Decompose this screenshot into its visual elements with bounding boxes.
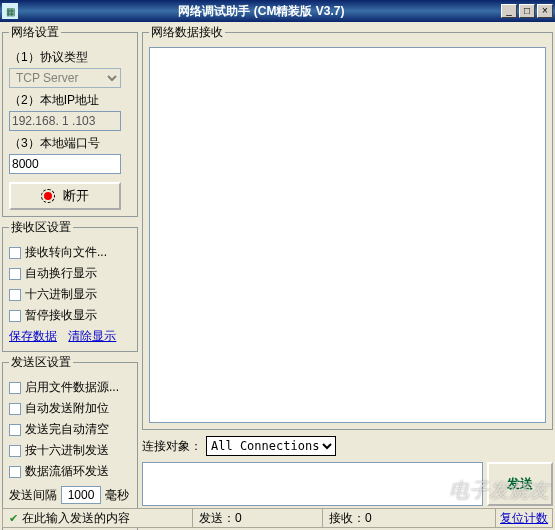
disconnect-label: 断开 — [63, 187, 89, 205]
rx-clear-link[interactable]: 清除显示 — [68, 329, 116, 343]
tx-append-checkbox[interactable] — [9, 403, 21, 415]
protocol-select[interactable]: TCP Server — [9, 68, 121, 88]
interval-unit: 毫秒 — [105, 487, 129, 504]
close-button[interactable]: × — [537, 4, 553, 18]
tx-hex-checkbox[interactable] — [9, 445, 21, 457]
window-title: 网络调试助手 (CM精装版 V3.7) — [22, 3, 501, 20]
tx-autoclear-checkbox[interactable] — [9, 424, 21, 436]
tx-file-checkbox[interactable] — [9, 382, 21, 394]
app-icon: ▦ — [2, 3, 18, 19]
send-textarea[interactable] — [142, 462, 483, 506]
ready-icon: ✔ — [9, 512, 18, 525]
tx-loop-checkbox[interactable] — [9, 466, 21, 478]
port-field[interactable] — [9, 154, 121, 174]
interval-label: 发送间隔 — [9, 487, 57, 504]
rx-opt-3: 暂停接收显示 — [25, 307, 97, 324]
send-button[interactable]: 发送 — [487, 462, 553, 506]
minimize-button[interactable]: _ — [501, 4, 517, 18]
receive-settings-group: 接收区设置 接收转向文件... 自动换行显示 十六进制显示 暂停接收显示 保存数… — [2, 219, 138, 352]
connection-label: 连接对象： — [142, 438, 202, 455]
network-settings-legend: 网络设置 — [9, 24, 61, 41]
rx-hex-checkbox[interactable] — [9, 289, 21, 301]
port-label: （3）本地端口号 — [9, 135, 131, 152]
network-settings-group: 网络设置 （1）协议类型 TCP Server （2）本地IP地址 （3）本地端… — [2, 24, 138, 217]
rx-autowrap-checkbox[interactable] — [9, 268, 21, 280]
tx-opt-3: 按十六进制发送 — [25, 442, 109, 459]
record-icon — [41, 189, 55, 203]
tx-opt-0: 启用文件数据源... — [25, 379, 119, 396]
status-hint: 在此输入发送的内容 — [22, 510, 130, 527]
tx-opt-4: 数据流循环发送 — [25, 463, 109, 480]
receive-data-group: 网络数据接收 — [142, 24, 553, 430]
rx-opt-1: 自动换行显示 — [25, 265, 97, 282]
status-tx: 发送：0 — [193, 509, 323, 527]
rx-pause-checkbox[interactable] — [9, 310, 21, 322]
tx-opt-2: 发送完自动清空 — [25, 421, 109, 438]
protocol-label: （1）协议类型 — [9, 49, 131, 66]
tx-opt-1: 自动发送附加位 — [25, 400, 109, 417]
ip-label: （2）本地IP地址 — [9, 92, 131, 109]
receive-textarea[interactable] — [149, 47, 546, 423]
rx-to-file-checkbox[interactable] — [9, 247, 21, 259]
reset-link[interactable]: 复位计数 — [496, 510, 552, 527]
interval-field[interactable] — [61, 486, 101, 504]
connection-row: 连接对象： All Connections — [142, 434, 553, 458]
receive-data-legend: 网络数据接收 — [149, 24, 225, 41]
send-settings-legend: 发送区设置 — [9, 354, 73, 371]
receive-settings-legend: 接收区设置 — [9, 219, 73, 236]
titlebar: ▦ 网络调试助手 (CM精装版 V3.7) _ □ × — [0, 0, 555, 22]
connection-select[interactable]: All Connections — [206, 436, 336, 456]
ip-field[interactable] — [9, 111, 121, 131]
disconnect-button[interactable]: 断开 — [9, 182, 121, 210]
rx-save-link[interactable]: 保存数据 — [9, 329, 57, 343]
send-settings-group: 发送区设置 启用文件数据源... 自动发送附加位 发送完自动清空 按十六进制发送… — [2, 354, 138, 530]
rx-opt-0: 接收转向文件... — [25, 244, 107, 261]
statusbar: ✔ 在此输入发送的内容 发送：0 接收：0 复位计数 — [2, 508, 553, 528]
rx-opt-2: 十六进制显示 — [25, 286, 97, 303]
maximize-button[interactable]: □ — [519, 4, 535, 18]
status-rx: 接收：0 — [323, 509, 496, 527]
